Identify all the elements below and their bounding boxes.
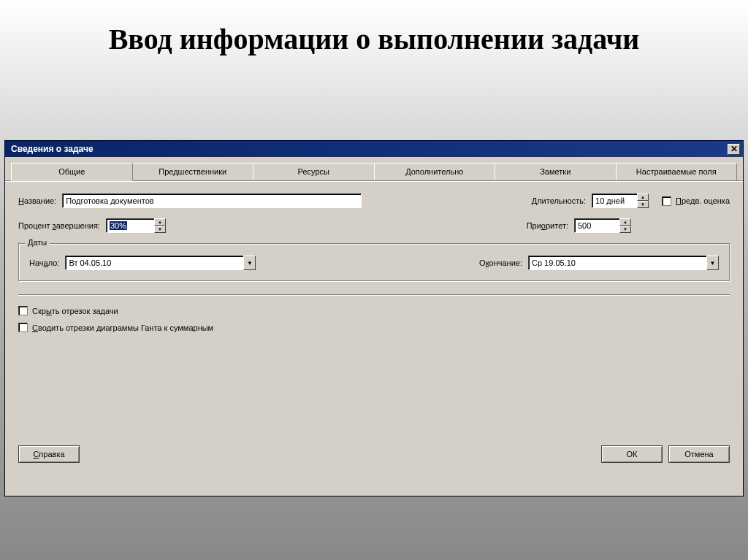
dates-groupbox: Даты Начало: ▼ Окончание: ▼ [18,243,730,281]
tab-custom-fields[interactable]: Настраиваемые поля [616,163,738,180]
duration-label: Длительность: [532,196,586,205]
percent-label: Процент завершения: [18,221,100,230]
ok-button[interactable]: ОК [601,445,663,463]
help-button[interactable]: Справка [18,445,80,463]
priority-up-icon[interactable]: ▲ [619,218,631,226]
start-input[interactable] [65,256,243,270]
tab-panel-general: Название: Длительность: ▲ ▼ Предв. оценк… [5,181,743,473]
end-dropdown-icon[interactable]: ▼ [706,256,719,270]
checkbox-box [18,306,28,315]
start-label: Начало: [29,258,59,267]
dates-legend: Даты [25,238,50,247]
tab-strip: Общие Предшественники Ресурсы Дополнител… [5,157,743,181]
checkbox-box [662,196,671,206]
cancel-button[interactable]: Отмена [668,445,730,463]
duration-input[interactable] [592,193,637,208]
start-combo[interactable]: ▼ [65,256,256,270]
rollup-checkbox[interactable]: Сводить отрезки диаграммы Ганта к суммар… [18,323,213,332]
close-button[interactable]: ✕ [728,144,740,155]
priority-input[interactable] [574,218,619,233]
page-title: Ввод информации о выполнении задачи [0,0,748,86]
percent-input[interactable]: 30% [106,218,154,233]
end-combo[interactable]: ▼ [528,256,719,270]
tab-notes[interactable]: Заметки [495,163,617,180]
hide-bar-label: Скрыть отрезок задачи [32,307,118,315]
checkbox-box [18,323,28,332]
duration-spinner[interactable]: ▲ ▼ [592,193,649,208]
divider [18,294,730,296]
tab-general[interactable]: Общие [11,163,133,181]
task-info-dialog: Сведения о задаче ✕ Общие Предшественник… [4,140,744,496]
priority-spinner[interactable]: ▲ ▼ [574,218,631,233]
tab-predecessors[interactable]: Предшественники [132,163,254,180]
tab-resources[interactable]: Ресурсы [253,163,375,180]
duration-down-icon[interactable]: ▼ [637,201,649,208]
duration-up-icon[interactable]: ▲ [637,193,649,201]
end-input[interactable] [528,256,706,270]
hide-bar-checkbox[interactable]: Скрыть отрезок задачи [18,306,118,315]
priority-down-icon[interactable]: ▼ [619,226,631,233]
dialog-title: Сведения о задаче [8,144,94,154]
titlebar: Сведения о задаче ✕ [5,141,743,157]
name-input[interactable] [62,193,362,208]
button-row: Справка ОК Отмена [18,445,730,463]
percent-spinner[interactable]: 30% ▲ ▼ [106,218,166,233]
end-label: Окончание: [479,258,522,267]
priority-label: Приоритет: [527,221,568,230]
estimate-label: Предв. оценка [676,196,730,205]
start-dropdown-icon[interactable]: ▼ [243,256,256,270]
estimate-checkbox[interactable]: Предв. оценка [662,196,730,206]
rollup-label: Сводить отрезки диаграммы Ганта к суммар… [32,323,213,332]
percent-up-icon[interactable]: ▲ [154,218,166,226]
tab-advanced[interactable]: Дополнительно [374,163,496,180]
name-label: Название: [18,196,56,205]
percent-down-icon[interactable]: ▼ [154,226,166,233]
